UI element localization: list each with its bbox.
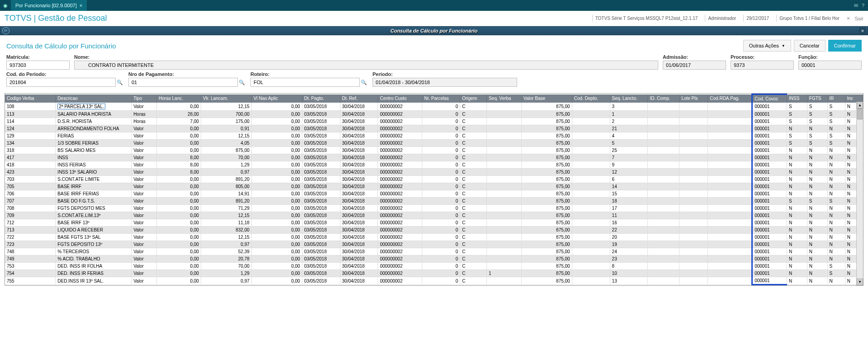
help-icon[interactable]: ?: [862, 3, 864, 8]
column-header[interactable]: Dt. Ref.: [340, 94, 378, 103]
env-label: TOTVS Série T Serviços MSSQL7 P12sist_12…: [592, 15, 701, 22]
column-header[interactable]: Lote Pls: [679, 94, 708, 103]
column-header[interactable]: Vl Nao Aplic: [251, 94, 302, 103]
exit-link[interactable]: Sair: [854, 16, 863, 21]
date-label: 29/12/2017: [743, 15, 772, 22]
column-header[interactable]: FGTS: [807, 94, 827, 103]
column-header[interactable]: Cod. Depto.: [572, 94, 610, 103]
app-menu-icon[interactable]: ◉: [0, 3, 11, 9]
table-row[interactable]: 722BASE FGTS 13º SALValor0,0012,150,0003…: [5, 234, 863, 241]
tab-por-funcionario[interactable]: Por Funcionario [02.9.0007] ×: [11, 0, 87, 11]
column-header[interactable]: Cod.RDA.Pag.: [708, 94, 752, 103]
data-grid: Codigo VerbaDescricaoTipoHoras Lanc.Vlr.…: [5, 93, 863, 286]
table-row[interactable]: 755DED.INSS IR 13º SAL.Valor0,000,970,00…: [5, 277, 863, 285]
table-row[interactable]: 124ARREDONDAMENTO FOLHAValor0,000,910,00…: [5, 125, 863, 132]
funcao-field: 00001: [798, 61, 862, 70]
confirm-button[interactable]: Confirmar: [828, 40, 862, 52]
admissao-field: 01/06/2017: [663, 61, 726, 70]
table-row[interactable]: 113SALARIO PARA HORISTAHoras28,00700,000…: [5, 111, 863, 118]
admissao-label: Admissão:: [663, 54, 726, 60]
search-icon[interactable]: 🔍: [116, 78, 124, 86]
roteiro-field[interactable]: FOL: [250, 78, 360, 87]
table-row[interactable]: 709S.CONT.ATE.LIM.13ºValor0,0012,150,000…: [5, 212, 863, 219]
close-icon[interactable]: ×: [80, 3, 82, 8]
table-row[interactable]: 417INSSValor8,0070,000,0003/05/201830/04…: [5, 154, 863, 161]
table-row[interactable]: 749% ACID. TRABALHOValor0,0020,780,0003/…: [5, 255, 863, 263]
matricula-label: Matrícula:: [6, 54, 70, 60]
cod-periodo-field[interactable]: 201804: [6, 78, 116, 87]
column-header[interactable]: INSS: [787, 94, 807, 103]
vertical-scrollbar[interactable]: ▲ ▼: [856, 102, 863, 285]
column-header[interactable]: Nr. Parcelas: [422, 94, 460, 103]
table-row[interactable]: 703S.CONT.ATE LIMITEValor0,00891,200,000…: [5, 176, 863, 183]
table-row[interactable]: 114D.S.R. HORISTAHoras7,00175,000,0003/0…: [5, 118, 863, 125]
search-icon[interactable]: 🔍: [238, 78, 246, 86]
table-row[interactable]: 318BS SALARIO MESValor0,00875,000,0003/0…: [5, 147, 863, 154]
nome-field: CONTRATO INTERMITENTE: [74, 61, 658, 70]
table-row[interactable]: 748% TERCEIROSValor0,0052,390,0003/05/20…: [5, 248, 863, 255]
table-row[interactable]: 705BASE IRRFValor0,00805,000,0003/05/201…: [5, 183, 863, 190]
column-header[interactable]: Tipo: [132, 94, 157, 103]
window-icon[interactable]: ⟳: [2, 27, 9, 34]
column-header[interactable]: IR: [827, 94, 845, 103]
funcao-label: Função:: [798, 54, 862, 60]
column-header[interactable]: ID. Comp.: [648, 94, 679, 103]
column-header[interactable]: Seq. Verba: [486, 94, 521, 103]
matricula-field[interactable]: 937303: [6, 61, 70, 70]
search-icon[interactable]: 🔍: [360, 78, 368, 86]
close-header-icon[interactable]: ×: [847, 15, 850, 22]
column-header[interactable]: Codigo Verba: [5, 94, 56, 103]
window-titlebar: ⟳ Consulta de Cálculo por Funcionário ×: [0, 26, 868, 35]
processo-field: 9373: [731, 61, 794, 70]
table-row[interactable]: 706BASE IRRF FERIASValor0,0014,910,0003/…: [5, 190, 863, 198]
table-row[interactable]: 754DED. INSS IR FERIASValor0,001,290,000…: [5, 270, 863, 277]
column-header[interactable]: Dt. Pagto.: [302, 94, 340, 103]
breadcrumb: TOTVS Série T Serviços MSSQL7 P12sist_12…: [592, 15, 863, 22]
scroll-up-icon[interactable]: ▲: [857, 102, 863, 109]
periodo-field: 01/04/2018 - 30/04/2018: [373, 78, 517, 87]
table-row[interactable]: 418INSS FERIASValor8,001,290,0003/05/201…: [5, 161, 863, 169]
processo-label: Processo:: [731, 54, 794, 60]
column-header[interactable]: Horas Lanc.: [157, 94, 201, 103]
other-actions-button[interactable]: Outras Ações ▼: [743, 40, 791, 52]
column-header[interactable]: Vlr. Lancam.: [201, 94, 251, 103]
window-title: Consulta de Cálculo por Funcionário: [391, 28, 478, 33]
table-row[interactable]: 753DED. INSS IR FOLHAValor0,0070,000,000…: [5, 263, 863, 270]
table-row[interactable]: 1341/3 SOBRE FERIASValor0,004,050,0003/0…: [5, 140, 863, 147]
table-row[interactable]: 1082ª PARCELA 13º SAL.Valor0,0012,150,00…: [5, 103, 863, 111]
cod-periodo-label: Cod. do Periodo:: [6, 71, 124, 77]
group-label: Grupo Totvs 1 / Filial Belo Hor: [776, 15, 842, 22]
column-header[interactable]: Origem: [460, 94, 487, 103]
table-row[interactable]: 712BASE IRRF 13ºValor0,0011,180,0003/05/…: [5, 219, 863, 227]
nro-pag-label: Nro de Pagamento:: [128, 71, 246, 77]
cancel-button[interactable]: Cancelar: [794, 40, 826, 52]
page-title: Consulta de Cálculo por Funcionário: [6, 42, 116, 50]
table-row[interactable]: 129FERIASValor0,0012,150,0003/05/201830/…: [5, 132, 863, 140]
nome-label: Nome:: [74, 54, 658, 60]
table-row[interactable]: 723FGTS DEPOSITO 13ºValor0,000,970,0003/…: [5, 241, 863, 248]
nro-pag-field[interactable]: 01: [128, 78, 238, 87]
table-row[interactable]: 707BASE DO F.G.T.S.Valor0,00891,200,0003…: [5, 198, 863, 205]
header-bar: TOTVS | Gestão de Pessoal TOTVS Série T …: [0, 11, 868, 26]
toolbar: Consulta de Cálculo por Funcionário Outr…: [0, 35, 868, 54]
brand-title: TOTVS | Gestão de Pessoal: [5, 14, 107, 23]
table-row[interactable]: 423INSS 13º SALARIOValor8,000,970,0003/0…: [5, 169, 863, 176]
roteiro-label: Roteiro:: [250, 71, 368, 77]
column-header[interactable]: Descricao: [56, 94, 132, 103]
user-label: Administrador: [705, 15, 739, 22]
periodo-label: Periodo:: [373, 71, 517, 77]
column-header[interactable]: Centro Custo: [378, 94, 422, 103]
tab-label: Por Funcionario [02.9.0007]: [15, 3, 77, 8]
table-row[interactable]: 708FGTS DEPOSITO MESValor0,0071,290,0003…: [5, 205, 863, 212]
scroll-down-icon[interactable]: ▼: [857, 279, 863, 285]
window-close-icon[interactable]: ×: [859, 28, 866, 34]
mail-icon[interactable]: ✉: [854, 3, 858, 9]
column-header[interactable]: Valor Base: [521, 94, 572, 103]
column-header[interactable]: Cod. Covoc: [752, 94, 787, 103]
app-topbar: ◉ Por Funcionario [02.9.0007] × ✉ ?: [0, 0, 868, 11]
table-row[interactable]: 713LIQUIDO A RECEBERValor0,00832,000,000…: [5, 227, 863, 234]
column-header[interactable]: Seq. Lancto.: [610, 94, 648, 103]
chevron-down-icon: ▼: [782, 44, 785, 48]
scroll-thumb[interactable]: [857, 109, 863, 119]
